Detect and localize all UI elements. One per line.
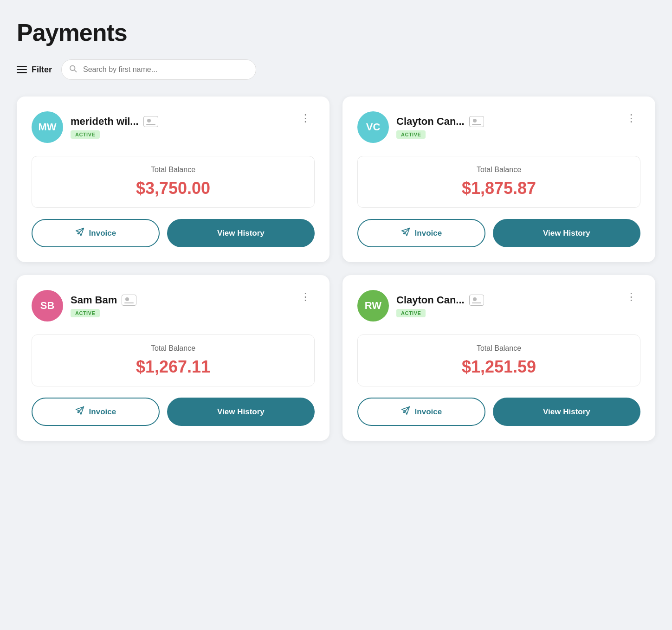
payment-card-4: RW Clayton Can... ACTIVE ⋮ Total Balance… (342, 275, 655, 441)
card-header: MW merideth wil... ACTIVE ⋮ (32, 111, 315, 143)
filter-button[interactable]: Filter (17, 63, 52, 77)
avatar: RW (357, 290, 389, 321)
payment-card-1: MW merideth wil... ACTIVE ⋮ Total Balanc… (17, 96, 330, 262)
more-options-button[interactable]: ⋮ (297, 290, 315, 304)
customer-name: Clayton Can... (396, 116, 615, 128)
svg-point-4 (77, 232, 79, 234)
svg-line-1 (74, 70, 76, 72)
card-header: RW Clayton Can... ACTIVE ⋮ (357, 290, 640, 321)
cards-grid: MW merideth wil... ACTIVE ⋮ Total Balanc… (17, 96, 655, 441)
card-actions: Invoice View History (32, 219, 315, 247)
card-actions: Invoice View History (357, 398, 640, 426)
balance-amount: $1,875.87 (369, 179, 629, 198)
balance-box: Total Balance $1,875.87 (357, 156, 640, 208)
balance-label: Total Balance (369, 344, 629, 353)
view-history-label: View History (217, 229, 265, 238)
id-card-icon (469, 116, 484, 127)
invoice-label: Invoice (415, 407, 442, 417)
more-options-button[interactable]: ⋮ (622, 290, 640, 304)
payment-card-3: SB Sam Bam ACTIVE ⋮ Total Balance $1,267… (17, 275, 330, 441)
svg-point-13 (403, 411, 405, 413)
search-input[interactable] (61, 59, 256, 80)
payment-card-2: VC Clayton Can... ACTIVE ⋮ Total Balance… (342, 96, 655, 262)
view-history-button[interactable]: View History (493, 398, 640, 426)
more-options-button[interactable]: ⋮ (297, 111, 315, 125)
filter-label: Filter (32, 65, 52, 75)
balance-box: Total Balance $3,750.00 (32, 156, 315, 208)
send-invoice-icon (75, 406, 84, 418)
balance-box: Total Balance $1,267.11 (32, 334, 315, 386)
balance-amount: $1,267.11 (43, 357, 303, 377)
card-actions: Invoice View History (357, 219, 640, 247)
view-history-label: View History (217, 407, 265, 417)
balance-label: Total Balance (43, 166, 303, 174)
balance-amount: $1,251.59 (369, 357, 629, 377)
invoice-label: Invoice (415, 229, 442, 238)
id-card-icon (122, 295, 136, 306)
page-title: Payments (17, 19, 655, 46)
card-actions: Invoice View History (32, 398, 315, 426)
avatar: VC (357, 111, 389, 143)
invoice-button[interactable]: Invoice (32, 398, 160, 426)
balance-amount: $3,750.00 (43, 179, 303, 198)
invoice-button[interactable]: Invoice (357, 219, 485, 247)
avatar: MW (32, 111, 63, 143)
card-header: SB Sam Bam ACTIVE ⋮ (32, 290, 315, 321)
search-container (61, 59, 256, 80)
status-badge: ACTIVE (396, 309, 426, 317)
view-history-button[interactable]: View History (167, 219, 315, 247)
view-history-label: View History (543, 407, 590, 417)
svg-point-10 (77, 411, 79, 413)
view-history-label: View History (543, 229, 590, 238)
status-badge: ACTIVE (71, 309, 100, 317)
more-options-button[interactable]: ⋮ (622, 111, 640, 125)
svg-point-7 (403, 232, 405, 234)
invoice-button[interactable]: Invoice (357, 398, 485, 426)
customer-name: merideth wil... (71, 116, 289, 128)
status-badge: ACTIVE (396, 130, 426, 139)
view-history-button[interactable]: View History (167, 398, 315, 426)
send-invoice-icon (401, 227, 410, 239)
balance-box: Total Balance $1,251.59 (357, 334, 640, 386)
customer-name: Sam Bam (71, 294, 289, 306)
send-invoice-icon (401, 406, 410, 418)
search-icon (69, 64, 77, 75)
customer-name: Clayton Can... (396, 294, 615, 306)
balance-label: Total Balance (369, 166, 629, 174)
send-invoice-icon (75, 227, 84, 239)
card-header: VC Clayton Can... ACTIVE ⋮ (357, 111, 640, 143)
invoice-button[interactable]: Invoice (32, 219, 160, 247)
id-card-icon (469, 295, 484, 306)
toolbar: Filter (17, 59, 655, 80)
balance-label: Total Balance (43, 344, 303, 353)
invoice-label: Invoice (89, 407, 116, 417)
status-badge: ACTIVE (71, 130, 100, 139)
avatar: SB (32, 290, 63, 321)
invoice-label: Invoice (89, 229, 116, 238)
view-history-button[interactable]: View History (493, 219, 640, 247)
id-card-icon (143, 116, 158, 127)
filter-icon (17, 66, 27, 73)
